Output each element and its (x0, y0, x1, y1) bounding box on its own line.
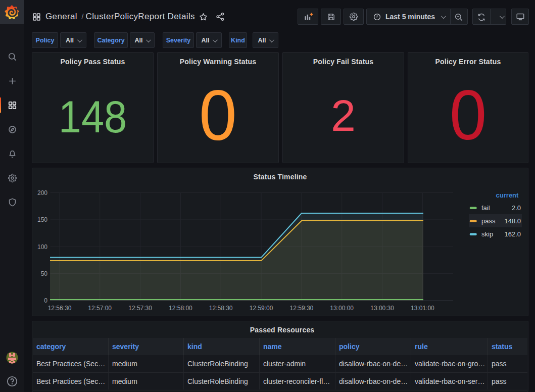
svg-text:12:57:00: 12:57:00 (88, 305, 112, 312)
svg-text:12:58:00: 12:58:00 (169, 305, 192, 312)
svg-text:100: 100 (37, 243, 47, 251)
svg-text:pass: pass (481, 217, 496, 225)
svg-text:13:01:00: 13:01:00 (411, 305, 434, 312)
svg-text:12:58:30: 12:58:30 (209, 305, 233, 312)
svg-text:12:59:00: 12:59:00 (250, 305, 273, 312)
svg-text:skip: skip (481, 230, 493, 238)
svg-text:fail: fail (481, 204, 490, 212)
svg-text:200: 200 (37, 189, 47, 197)
svg-text:0: 0 (44, 297, 47, 304)
svg-text:12:57:30: 12:57:30 (128, 305, 152, 312)
svg-text:150: 150 (37, 216, 47, 223)
svg-text:12:56:30: 12:56:30 (48, 305, 72, 312)
svg-text:50: 50 (41, 270, 48, 277)
svg-text:current: current (496, 191, 519, 199)
svg-text:2.0: 2.0 (512, 204, 521, 212)
svg-text:13:00:00: 13:00:00 (330, 305, 354, 312)
svg-text:12:59:30: 12:59:30 (290, 305, 314, 312)
svg-text:162.0: 162.0 (504, 230, 521, 238)
svg-text:148.0: 148.0 (504, 217, 521, 225)
svg-text:13:00:30: 13:00:30 (370, 305, 394, 312)
